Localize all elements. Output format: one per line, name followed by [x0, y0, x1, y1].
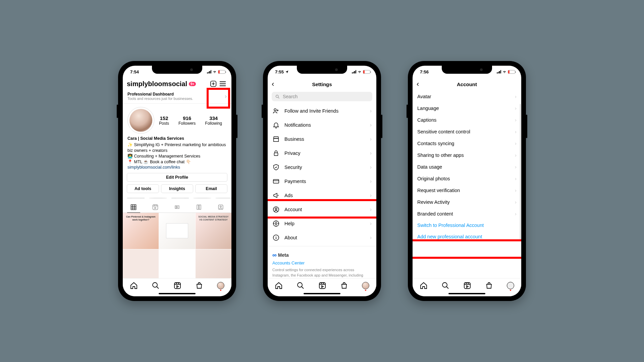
tab-guides[interactable] — [188, 202, 210, 213]
switch-professional-link[interactable]: Switch to Professional Account — [413, 220, 521, 231]
nav-home-icon[interactable] — [275, 282, 283, 290]
account-item-avatar[interactable]: Avatar› — [413, 90, 521, 102]
svg-point-11 — [275, 208, 277, 210]
status-time: 7:54 — [130, 69, 139, 74]
email-button[interactable]: Email — [195, 184, 227, 193]
card-icon — [272, 178, 280, 185]
tab-grid[interactable] — [123, 202, 145, 213]
account-item-sharing[interactable]: Sharing to other apps› — [413, 149, 521, 161]
settings-item-privacy[interactable]: Privacy › — [268, 146, 376, 160]
chevron-right-icon: › — [370, 192, 372, 198]
nav-home-icon[interactable] — [130, 282, 138, 290]
home-indicator[interactable] — [448, 293, 485, 294]
cellular-icon — [352, 70, 356, 73]
nav-shop-icon[interactable] — [195, 282, 203, 290]
account-item-reviewactivity[interactable]: Review Activity› — [413, 196, 521, 208]
insights-button[interactable]: Insights — [161, 184, 193, 193]
accounts-center-block[interactable]: ∞Meta Accounts Center Control settings f… — [268, 248, 376, 278]
settings-item-business[interactable]: Business › — [268, 132, 376, 146]
chevron-right-icon: › — [515, 199, 517, 205]
nav-reels-icon[interactable] — [463, 282, 471, 290]
nav-search-icon[interactable] — [152, 282, 160, 290]
stat-posts[interactable]: 152 Posts — [159, 115, 169, 126]
settings-item-account[interactable]: Account › — [268, 202, 376, 217]
add-professional-link[interactable]: Add new professional account — [413, 231, 521, 242]
stat-followers[interactable]: 916 Followers — [178, 115, 196, 126]
chevron-right-icon: › — [370, 164, 372, 170]
edit-profile-button[interactable]: Edit Profile — [127, 173, 227, 182]
post-thumb[interactable] — [159, 213, 195, 249]
account-item-datausage[interactable]: Data usage› — [413, 161, 521, 173]
settings-item-security[interactable]: Security › — [268, 160, 376, 174]
account-item-language[interactable]: Language› — [413, 102, 521, 114]
account-item-contacts[interactable]: Contacts syncing› — [413, 137, 521, 149]
nav-profile-icon[interactable] — [362, 282, 369, 289]
ad-tools-button[interactable]: Ad tools — [127, 184, 159, 193]
home-indicator[interactable] — [304, 293, 340, 294]
account-item-captions[interactable]: Captions› — [413, 114, 521, 126]
nav-profile-icon[interactable] — [507, 282, 514, 289]
back-button[interactable]: ‹ — [272, 80, 274, 88]
back-button[interactable]: ‹ — [417, 80, 419, 88]
nav-reels-icon[interactable] — [318, 282, 326, 290]
account-item-originalphotos[interactable]: Original photos› — [413, 173, 521, 184]
nav-home-icon[interactable] — [420, 282, 428, 290]
svg-point-15 — [298, 283, 302, 287]
chevron-right-icon: › — [515, 176, 517, 181]
hamburger-menu-button[interactable] — [218, 79, 227, 88]
svg-point-3 — [220, 206, 221, 207]
account-item-branded[interactable]: Branded content› — [413, 208, 521, 220]
profile-avatar[interactable] — [127, 107, 154, 134]
settings-item-ads[interactable]: Ads › — [268, 188, 376, 202]
tab-reels[interactable] — [145, 202, 166, 213]
chevron-right-icon: › — [515, 129, 517, 134]
wifi-icon — [502, 70, 507, 73]
chevron-right-icon: › — [370, 221, 372, 227]
lock-icon — [272, 149, 280, 157]
notch — [442, 66, 492, 74]
post-thumb[interactable] — [196, 249, 231, 278]
phone-settings: 7:55 ‹ Settings Search F — [263, 61, 381, 301]
post-grid: Can Pinterest & Instagram work together?… — [123, 213, 231, 278]
nav-shop-icon[interactable] — [485, 282, 493, 290]
nav-profile-icon[interactable] — [217, 282, 224, 289]
battery-icon — [508, 70, 515, 74]
nav-search-icon[interactable] — [297, 282, 305, 290]
wifi-icon — [357, 70, 362, 73]
post-thumb[interactable] — [123, 249, 159, 278]
account-item-sensitive[interactable]: Sensitive content control› — [413, 126, 521, 137]
phone-profile: 7:54 simplybloomsocial 9+ — [118, 61, 236, 301]
settings-item-payments[interactable]: Payments › — [268, 174, 376, 188]
svg-point-6 — [276, 95, 279, 98]
post-thumb[interactable]: SOCIAL MEDIA STRATEGY VS CONTENT STRATEG… — [196, 213, 231, 249]
svg-rect-8 — [274, 153, 278, 156]
nav-reels-icon[interactable] — [173, 282, 181, 290]
accounts-center-link[interactable]: Accounts Center — [272, 260, 372, 266]
post-thumb[interactable] — [159, 249, 195, 278]
settings-item-notifications[interactable]: Notifications › — [268, 118, 376, 132]
search-input[interactable]: Search — [272, 92, 372, 101]
tab-video[interactable] — [166, 202, 188, 213]
chevron-right-icon: › — [370, 108, 372, 114]
settings-item-about[interactable]: About › — [268, 231, 376, 245]
profile-username[interactable]: simplybloomsocial — [127, 80, 187, 88]
settings-item-help[interactable]: Help › — [268, 217, 376, 231]
nav-shop-icon[interactable] — [340, 282, 348, 290]
post-thumb[interactable]: Can Pinterest & Instagram work together? — [123, 213, 159, 249]
scrollbar[interactable] — [520, 104, 521, 241]
story-highlights: FAQ About IG Resources Service — [123, 194, 231, 199]
svg-rect-1 — [153, 205, 158, 210]
account-item-verification[interactable]: Request verification› — [413, 184, 521, 196]
home-indicator[interactable] — [159, 293, 196, 294]
bio-link[interactable]: simplybloomsocial.com/links — [127, 165, 227, 170]
notification-badge: 9+ — [189, 82, 196, 86]
stat-following[interactable]: 334 Following — [205, 115, 222, 126]
create-post-button[interactable] — [209, 79, 218, 88]
settings-item-follow-invite[interactable]: Follow and Invite Friends › — [268, 104, 376, 118]
professional-dashboard-row[interactable]: Professional Dashboard Tools and resourc… — [123, 90, 231, 104]
nav-search-icon[interactable] — [441, 282, 449, 290]
location-icon — [285, 70, 289, 74]
svg-point-7 — [274, 109, 276, 111]
tab-tagged[interactable] — [210, 202, 231, 213]
chevron-right-icon: › — [515, 105, 517, 111]
